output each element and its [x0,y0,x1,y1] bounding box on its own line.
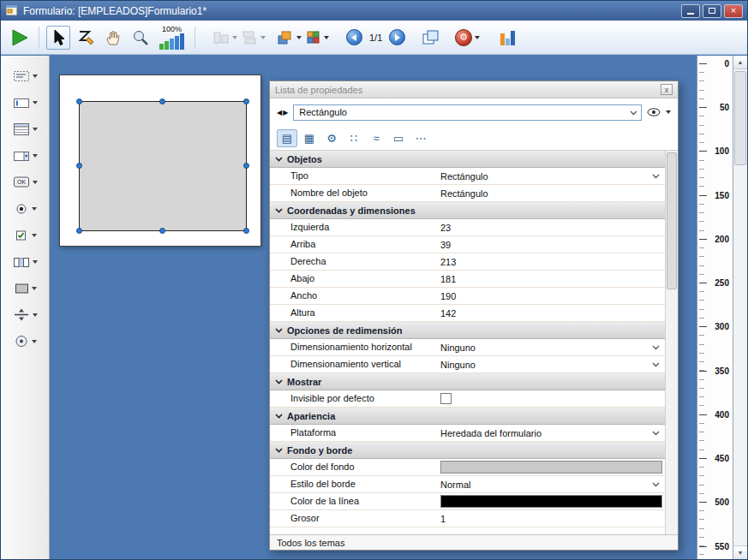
panel-close-button[interactable]: x [661,84,673,95]
selection-handle-ne[interactable] [243,98,249,104]
ruler-label: 250 [715,278,729,289]
next-object-button[interactable]: ▶ [283,109,288,116]
estilo-borde-dropdown[interactable]: Normal [439,476,662,492]
section-header-coordenadas[interactable]: Coordenadas y dimensiones [270,202,665,219]
button-tool[interactable]: OK [1,169,49,195]
selection-handle-nw[interactable] [76,98,82,104]
section-header-apariencia[interactable]: Apariencia [270,408,665,425]
button-grid-tool[interactable] [1,248,49,275]
chevron-down-icon [652,431,660,436]
altura-field[interactable]: 142 [439,305,662,321]
scroll-down-button[interactable]: ▼ [733,545,747,559]
splitter-tool[interactable] [1,301,49,328]
entry-order-tool-button[interactable] [74,26,98,50]
selected-rectangle-object[interactable] [79,101,247,231]
chevron-down-icon [630,110,637,116]
form-method-button[interactable]: ⚙ [455,26,480,50]
abajo-field[interactable]: 181 [439,271,662,287]
section-header-objetos[interactable]: Objetos [270,151,665,168]
tab-images[interactable]: ▦ [299,129,320,147]
chevron-down-icon[interactable] [32,234,37,237]
dim-vertical-dropdown[interactable]: Ninguno [439,356,662,372]
chevron-down-icon[interactable] [32,340,37,343]
hand-tool-button[interactable] [101,26,125,50]
selection-handle-n[interactable] [159,98,165,104]
section-title: Coordenadas y dimensiones [287,206,416,216]
next-page-button[interactable] [389,29,405,45]
minimize-button[interactable] [681,4,700,18]
maximize-button[interactable] [703,4,721,18]
selection-handle-s[interactable] [159,228,165,234]
combo-box-tool[interactable] [1,142,49,169]
section-header-fondo-borde[interactable]: Fondo y borde [270,442,665,459]
tab-settings[interactable]: ⚙ [321,129,342,147]
object-name-field[interactable]: Rectángulo [439,185,662,201]
chevron-down-icon[interactable] [33,181,38,184]
chevron-down-icon[interactable] [32,287,37,290]
panel-scrollbar-thumb[interactable] [667,152,677,289]
selection-handle-se[interactable] [243,228,249,234]
tab-more[interactable]: ⋯ [410,129,431,147]
visibility-menu-button[interactable] [647,108,671,116]
align-tool-button [212,26,237,50]
static-text-tool[interactable] [1,63,49,89]
selection-handle-e[interactable] [243,163,249,169]
property-value: Ninguno [440,360,476,370]
pointer-tool-button[interactable] [46,26,70,50]
editor-scrollbar[interactable]: ▲ ▼ [733,56,747,559]
object-selector-dropdown[interactable]: Rectángulo [293,104,642,121]
scroll-up-button[interactable]: ▲ [733,56,747,69]
tab-control-tool[interactable] [1,328,49,354]
radio-button-tool[interactable] [1,195,49,222]
selection-handle-sw[interactable] [76,228,82,234]
tab-properties-list[interactable]: ▤ [277,129,297,147]
arriba-field[interactable]: 39 [439,236,662,253]
background-color-swatch[interactable] [440,461,662,474]
grosor-field[interactable]: 1 [439,510,662,527]
listbox-tool[interactable] [1,116,49,142]
selection-handle-w[interactable] [76,163,82,169]
chevron-down-icon[interactable] [33,154,38,158]
form-canvas[interactable] [59,74,261,247]
section-title: Fondo y borde [287,445,352,456]
scrollbar-thumb[interactable] [734,71,746,165]
derecha-field[interactable]: 213 [439,253,662,270]
line-color-swatch[interactable] [440,495,662,508]
invisible-checkbox[interactable] [440,393,452,404]
previous-object-button[interactable]: ◀ [277,109,282,116]
panel-scrollbar[interactable] [665,151,678,534]
chevron-down-icon[interactable] [33,313,38,317]
checkbox-tool[interactable] [1,222,49,248]
run-form-button[interactable] [8,26,32,50]
section-header-redimension[interactable]: Opciones de redimensión [270,322,665,339]
ancho-field[interactable]: 190 [439,288,662,304]
tipo-dropdown[interactable]: Rectángulo [439,168,662,184]
chevron-down-icon [324,36,329,39]
panel-titlebar[interactable]: Lista de propiedades x [270,81,678,98]
tab-data-source[interactable]: ∷ [344,129,364,147]
rectangle-tool[interactable] [1,275,49,301]
input-field-tool[interactable] [1,89,49,116]
chevron-down-icon[interactable] [33,74,38,78]
close-button[interactable]: × [724,4,743,18]
zoom-tool-button[interactable] [129,26,153,50]
section-title: Mostrar [287,377,321,387]
layer-order-button[interactable] [276,26,302,50]
tab-display[interactable]: ▭ [388,129,409,147]
section-header-mostrar[interactable]: Mostrar [270,373,665,390]
form-pages-button[interactable] [419,26,443,50]
plataforma-dropdown[interactable]: Heredada del formulario [439,425,662,441]
chevron-down-icon[interactable] [33,101,38,104]
previous-page-button[interactable] [346,29,362,45]
dim-horizontal-dropdown[interactable]: Ninguno [439,339,662,355]
themes-status-label: Todos los temas [277,538,344,548]
chevron-down-icon[interactable] [32,207,37,211]
chevron-down-icon[interactable] [33,128,38,131]
tab-events[interactable]: ≈ [366,129,386,147]
izquierda-field[interactable]: 23 [439,219,662,235]
chevron-down-icon[interactable] [33,260,38,264]
fields-list-button[interactable] [495,26,519,50]
zoom-level-widget[interactable]: 100% [159,25,184,50]
collapse-icon [275,379,283,384]
color-tool-button[interactable] [305,26,329,50]
